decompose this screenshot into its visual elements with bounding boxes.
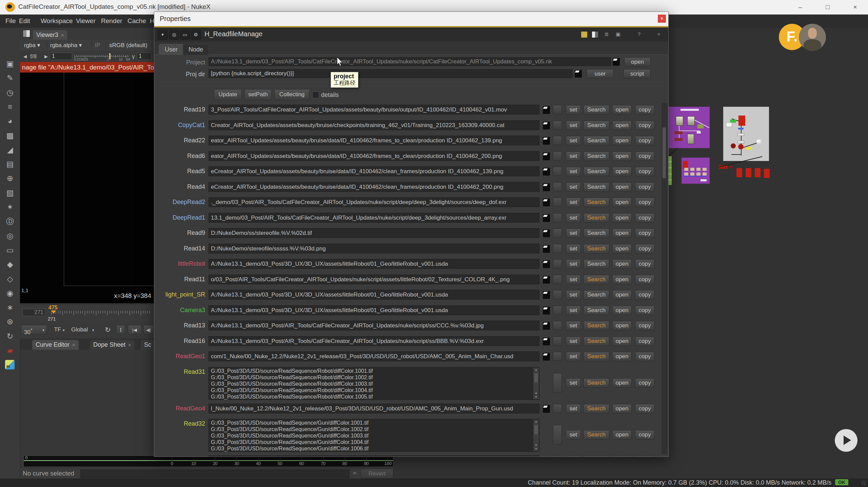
open-button[interactable]: open <box>612 136 632 145</box>
search-button[interactable]: Search <box>584 430 609 440</box>
small-node-white[interactable] <box>697 131 701 134</box>
aperture-next-icon[interactable]: ▶ <box>44 51 48 62</box>
menu-item-edit[interactable]: Edit <box>19 14 30 28</box>
file-path-field[interactable]: D:/NukeDemo/ss/stereofile.%V.%02d.tif <box>209 228 539 238</box>
red-node[interactable] <box>738 116 745 126</box>
draw-icon[interactable]: ✎ <box>0 72 20 84</box>
scroll-up-icon[interactable]: ▲ <box>533 368 539 372</box>
slot-button[interactable] <box>553 352 562 361</box>
textarea-scrollbar[interactable]: ▲▲▼ <box>533 420 539 451</box>
file-folder-icon[interactable] <box>543 122 550 129</box>
scroll-up-icon[interactable]: ▲ <box>533 420 539 424</box>
air-brush-icon[interactable]: ▰ <box>0 344 20 357</box>
copy-button[interactable]: copy <box>635 213 654 223</box>
set-button[interactable]: set <box>566 259 581 269</box>
file-folder-icon[interactable] <box>543 260 550 268</box>
open-button[interactable]: open <box>612 182 632 192</box>
file-folder-icon[interactable] <box>543 168 550 176</box>
open-button[interactable]: open <box>612 151 632 161</box>
open-button[interactable]: open <box>612 378 632 388</box>
file-path-field[interactable]: eCreator_AIRTool_Updates/assets/beauty/b… <box>209 166 539 176</box>
open-button[interactable]: open <box>612 244 632 253</box>
open-button[interactable]: open <box>612 167 632 176</box>
file-folder-icon[interactable] <box>543 229 550 237</box>
set-button[interactable]: set <box>566 228 581 238</box>
file-folder-icon[interactable] <box>543 183 550 191</box>
slot-button[interactable] <box>553 228 562 238</box>
open-button[interactable]: open <box>612 337 632 346</box>
copy-button[interactable]: copy <box>635 151 654 161</box>
tab-close-icon[interactable]: × <box>128 342 131 348</box>
scroll-up2-icon[interactable]: ▲ <box>533 391 539 395</box>
read-thumb-node[interactable] <box>687 116 695 126</box>
set-button[interactable]: set <box>566 404 581 413</box>
tab-close-icon[interactable]: × <box>72 342 75 348</box>
search-button[interactable]: Search <box>584 352 609 361</box>
copy-button[interactable]: copy <box>635 378 654 388</box>
menu-item-file[interactable]: File <box>5 14 16 28</box>
file-path-field[interactable]: eCreator_AIRTool_Updates/assets/beauty/b… <box>209 182 539 192</box>
copy-button[interactable]: copy <box>635 456 654 457</box>
transform-icon[interactable]: ⊕ <box>0 172 20 184</box>
close-button[interactable]: × <box>847 2 864 12</box>
slot-button[interactable] <box>553 182 562 191</box>
particles-icon[interactable]: ✶ <box>0 201 20 213</box>
copy-button[interactable]: copy <box>635 430 654 440</box>
search-button[interactable]: Search <box>584 228 609 238</box>
tf-dropdown[interactable]: TF ▾ <box>51 325 67 334</box>
revert-button[interactable]: Revert <box>361 469 393 479</box>
spiral-icon[interactable]: ↻ <box>0 330 20 342</box>
file-folder-icon[interactable] <box>543 214 550 222</box>
deep-icon[interactable]: Ⓓ <box>0 215 20 227</box>
copy-button[interactable]: copy <box>635 198 654 207</box>
textarea-scrollbar[interactable]: ▲▲▼ <box>533 368 539 399</box>
file-path-field[interactable]: o/03_Post/AIR_Tools/CatFileCreator_AIRTo… <box>209 275 539 284</box>
file-path-field[interactable]: 13.1_demo/03_Post/AIR_Tools/CatFileCreat… <box>209 213 539 223</box>
open-button[interactable]: open <box>612 121 632 130</box>
channel-segment-0[interactable]: rgba ▾ <box>24 40 40 51</box>
channel-segment-1[interactable]: rgba.alpha ▾ <box>50 40 82 51</box>
set-button[interactable]: set <box>566 456 581 457</box>
pane-menu-icon[interactable] <box>23 30 30 37</box>
copy-button[interactable]: copy <box>635 306 654 315</box>
set-button[interactable]: set <box>566 136 581 145</box>
search-button[interactable]: Search <box>584 244 609 253</box>
search-button[interactable]: Search <box>584 321 609 330</box>
goto-start-button[interactable]: |◀ <box>128 325 141 334</box>
curve-graph-area[interactable]: 0 0102030405060708090100 <box>23 455 393 467</box>
file-folder-icon[interactable] <box>543 353 550 361</box>
views-icon[interactable]: ◎ <box>0 230 20 242</box>
expression-input[interactable] <box>80 469 350 478</box>
open-button[interactable]: open <box>612 456 632 457</box>
slot-button[interactable] <box>553 321 562 330</box>
search-button[interactable]: Search <box>584 404 609 413</box>
copy-button[interactable]: copy <box>635 244 654 253</box>
slot-button[interactable] <box>553 337 562 346</box>
slot-button[interactable] <box>553 167 562 176</box>
blue-node[interactable] <box>738 128 744 129</box>
search-button[interactable]: Search <box>584 306 609 315</box>
slot-button[interactable] <box>553 121 562 130</box>
scroll-down-icon[interactable]: ▼ <box>533 395 539 399</box>
open-button[interactable]: open <box>612 105 632 115</box>
file-folder-icon[interactable] <box>543 338 550 345</box>
file-folder-icon[interactable] <box>543 322 550 330</box>
set-button[interactable]: set <box>566 290 581 300</box>
slot-button[interactable] <box>553 275 562 284</box>
gain-input[interactable]: 1 <box>50 53 72 60</box>
tab-viewer3[interactable]: Viewer3× <box>33 30 67 40</box>
set-button[interactable]: set <box>566 198 581 207</box>
video-play-overlay[interactable] <box>835 429 857 452</box>
file-path-field[interactable]: Creator_AIRTool_Updates/assets/beauty/br… <box>209 120 539 130</box>
file-folder-icon[interactable] <box>543 291 550 299</box>
open-button[interactable]: open <box>612 290 632 300</box>
set-button[interactable]: set <box>566 321 581 330</box>
search-button[interactable]: Search <box>584 259 609 269</box>
set-button[interactable]: set <box>566 151 581 161</box>
hiero-icon[interactable]: H <box>5 360 15 369</box>
set-button[interactable]: set <box>566 337 581 346</box>
set-button[interactable]: set <box>566 378 581 388</box>
file-path-field[interactable]: A:/Nuke13.1_demo/03_Post/AIR_Tools/CatFi… <box>209 321 539 330</box>
file-path-field[interactable]: A:/Nuke13.1_demo/03_Post/3D_UX/3D_UX/ass… <box>209 290 539 300</box>
metadata-icon[interactable]: ▭ <box>0 244 20 256</box>
